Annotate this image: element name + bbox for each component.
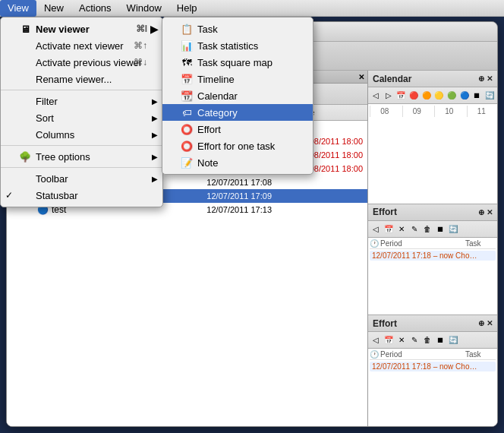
- eff2-btn1[interactable]: ◁: [370, 334, 382, 346]
- cal-btn3[interactable]: 📅: [395, 90, 407, 102]
- calendar-section-header: Calendar ⊕ ✕: [368, 71, 497, 87]
- menu-help[interactable]: Help: [169, 0, 205, 17]
- eff1-btn2[interactable]: 📅: [383, 223, 395, 235]
- menu-actions[interactable]: Actions: [71, 0, 119, 17]
- submenu-note[interactable]: 📝 Note: [162, 154, 313, 171]
- task-icon: 📋: [181, 23, 193, 35]
- cal-btn10[interactable]: 🔄: [484, 90, 496, 102]
- menu-new[interactable]: New: [36, 0, 71, 17]
- calendar-hours: 08 09 10 11: [370, 106, 496, 117]
- menu-item-new-viewer[interactable]: 🖥 New viewer ⌘I ▶: [1, 21, 162, 37]
- sep3: [1, 167, 162, 168]
- menu-item-activate-next[interactable]: Activate next viewer ⌘↑: [1, 37, 162, 54]
- clock-icon-2: 🕐: [370, 350, 379, 359]
- menu-item-filter[interactable]: Filter: [1, 93, 162, 109]
- menu-item-toolbar[interactable]: Toolbar: [1, 170, 162, 187]
- eff1-btn6[interactable]: ⏹: [434, 223, 446, 235]
- effort-1-row[interactable]: 12/07/2011 17:18 – now Cho…: [370, 251, 496, 261]
- menu-item-activate-prev[interactable]: Activate previous viewer ⌘↓: [1, 54, 162, 71]
- activate-prev-label: Activate previous viewer: [36, 57, 142, 68]
- statusbar: Open a new tab with a viewer that displa…: [7, 426, 497, 427]
- tasks-panel-close[interactable]: ✕: [358, 73, 364, 81]
- task-label: Task: [197, 24, 218, 35]
- activate-prev-shortcut: ⌘↓: [134, 57, 147, 68]
- activate-next-icon: [19, 40, 31, 52]
- columns-icon: [19, 128, 31, 141]
- eff1-btn3[interactable]: ✕: [395, 223, 408, 235]
- effort-one-task-icon: ⭕: [181, 140, 193, 152]
- cal-btn1[interactable]: ◁: [370, 90, 382, 102]
- cal-btn5[interactable]: 🟠: [421, 90, 433, 102]
- menubar: View New Actions Window Help: [0, 0, 504, 17]
- menu-window[interactable]: Window: [119, 0, 169, 17]
- eff2-btn7[interactable]: 🔄: [447, 334, 459, 346]
- calendar-header-icons: ⊕ ✕: [478, 74, 493, 83]
- eff2-btn6[interactable]: ⏹: [434, 334, 446, 346]
- cal-btn2[interactable]: ▷: [383, 90, 395, 102]
- eff1-btn7[interactable]: 🔄: [447, 223, 459, 235]
- task-square-icon: 🗺: [181, 56, 193, 68]
- new-viewer-arrow: ▶: [150, 24, 158, 35]
- timeline-label: Timeline: [197, 74, 235, 85]
- sep1: [1, 90, 162, 90]
- effort-1-header: Effort ⊕ ✕: [368, 204, 497, 221]
- menu-view[interactable]: View: [0, 0, 36, 17]
- submenu-effort[interactable]: ⭕ Effort: [162, 121, 313, 137]
- submenu-task[interactable]: 📋 Task: [162, 21, 313, 37]
- task-stats-icon: 📊: [181, 40, 193, 52]
- test-start: 12/07/2011 17:13: [178, 205, 276, 214]
- cal-btn7[interactable]: 🟢: [446, 90, 458, 102]
- eff2-btn5[interactable]: 🗑: [421, 334, 433, 346]
- effort-2-period-col: 🕐 Period: [370, 350, 465, 359]
- eff2-btn2[interactable]: 📅: [383, 334, 395, 346]
- menu-item-rename[interactable]: Rename viewer...: [1, 71, 162, 87]
- clock-icon-1: 🕐: [370, 239, 379, 248]
- calendar-label: Calendar: [197, 90, 238, 102]
- activate-next-shortcut: ⌘↑: [134, 40, 147, 51]
- statusbar-icon: [19, 189, 31, 201]
- submenu-effort-one-task[interactable]: ⭕ Effort for one task: [162, 137, 313, 154]
- new-viewer-shortcut: ⌘I: [136, 24, 147, 34]
- submenu-task-square[interactable]: 🗺 Task square map: [162, 54, 313, 71]
- eff1-btn5[interactable]: 🗑: [421, 223, 433, 235]
- effort-2-row[interactable]: 12/07/2011 17:18 – now Cho…: [370, 362, 496, 371]
- world-dom-start: 12/07/2011 17:08: [178, 178, 276, 187]
- effort-1-title: Effort: [373, 207, 397, 217]
- menu-item-tree-options[interactable]: 🌳 Tree options: [1, 148, 162, 165]
- eff1-btn1[interactable]: ◁: [370, 223, 382, 235]
- tree-options-label: Tree options: [36, 151, 90, 163]
- rename-label: Rename viewer...: [36, 74, 112, 85]
- task-stats-label: Task statistics: [197, 40, 258, 52]
- toolbar-label: Toolbar: [36, 173, 68, 185]
- activate-prev-icon: [19, 56, 31, 68]
- menu-item-statusbar[interactable]: ✓ Statusbar: [1, 187, 162, 204]
- effort-one-task-label: Effort for one task: [197, 141, 275, 152]
- menu-item-columns[interactable]: Columns: [1, 126, 162, 143]
- tree-options-icon: 🌳: [19, 150, 31, 163]
- viewer-submenu: 📋 Task 📊 Task statistics 🗺 Task square m…: [162, 17, 313, 175]
- category-icon: 🏷: [181, 106, 193, 119]
- note-label: Note: [197, 157, 218, 169]
- rename-icon: [19, 73, 31, 85]
- submenu-category[interactable]: 🏷 Category: [162, 104, 313, 121]
- effort-label: Effort: [197, 124, 221, 135]
- eff2-btn4[interactable]: ✎: [408, 334, 421, 346]
- menu-item-sort[interactable]: Sort: [1, 109, 162, 126]
- effort-2-content: 🕐 Period Task 12/07/2011 17:18 – now Cho…: [368, 349, 497, 426]
- cal-hour-10: 10: [434, 106, 464, 117]
- statusbar-check: ✓: [5, 190, 13, 201]
- effort-2-period: 12/07/2011 17:18 – now: [372, 362, 453, 371]
- submenu-task-stats[interactable]: 📊 Task statistics: [162, 37, 313, 54]
- eff1-btn4[interactable]: ✎: [408, 223, 421, 235]
- cal-hour-11: 11: [467, 106, 496, 117]
- submenu-timeline[interactable]: 📅 Timeline: [162, 71, 313, 87]
- submenu-calendar[interactable]: 📆 Calendar: [162, 87, 313, 104]
- cal-btn8[interactable]: 🔵: [458, 90, 471, 102]
- eff2-btn3[interactable]: ✕: [395, 334, 408, 346]
- cal-btn6[interactable]: 🟡: [433, 90, 446, 102]
- cal-btn9[interactable]: ⏹: [471, 90, 484, 102]
- view-dropdown-menu: 🖥 New viewer ⌘I ▶ Activate next viewer ⌘…: [0, 17, 163, 207]
- effort-section-2: Effort ⊕ ✕ ◁ 📅 ✕ ✎ 🗑 ⏹ 🔄 🕐 P: [368, 315, 497, 426]
- toolbar-icon: [19, 172, 31, 185]
- cal-btn4[interactable]: 🔴: [408, 90, 420, 102]
